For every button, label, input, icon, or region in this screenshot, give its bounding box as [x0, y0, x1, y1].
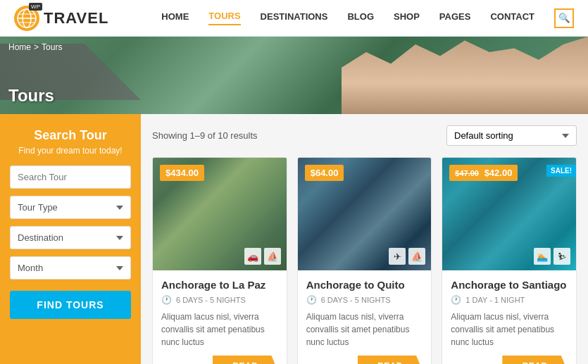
logo-globe-icon: WP	[14, 6, 39, 31]
tour-card-1: $434.00 🚗 ⛵ Anchorage to La Paz 🕐 6 DAYS…	[152, 157, 287, 364]
nav-tours[interactable]: TOURS	[208, 11, 240, 25]
logo: WP TRAVEL	[14, 6, 108, 31]
tour-card-3: $47.00 $42.00 SALE! 🏊 ⛷ Anchorage to San…	[442, 157, 577, 364]
search-button[interactable]: 🔍	[554, 8, 574, 28]
card-icons-1: 🚗 ⛵	[244, 248, 281, 265]
price-badge-3: $47.00 $42.00	[449, 165, 518, 181]
sidebar: Search Tour Find your dream tour today! …	[0, 114, 141, 364]
price-badge-1: $434.00	[160, 165, 204, 181]
new-price-3: $42.00	[484, 168, 513, 178]
logo-text: TRAVEL	[44, 9, 108, 27]
card-title-1: Anchorage to La Paz	[161, 279, 278, 291]
price-badge-2: $64.00	[305, 165, 344, 181]
main-content: Search Tour Find your dream tour today! …	[0, 114, 588, 364]
tour-card-2: $64.00 ✈ ⛵ Anchorage to Quito 🕐 6 DAYS -…	[297, 157, 432, 364]
sort-select[interactable]: Default sorting Sort by popularity Sort …	[446, 125, 577, 146]
swim-icon: 🏊	[534, 248, 551, 265]
boat-icon-2: ⛵	[408, 248, 425, 265]
card-body-3: Anchorage to Santiago 🕐 1 DAY - 1 NIGHT …	[442, 270, 576, 364]
ski-icon: ⛷	[553, 248, 570, 265]
card-meta-2: 🕐 6 DAYS - 5 NIGHTS	[306, 295, 423, 305]
breadcrumb-home[interactable]: Home	[8, 42, 31, 52]
search-input[interactable]	[10, 165, 131, 189]
logo-wp-badge: WP	[29, 3, 42, 11]
plane-icon: ✈	[389, 248, 406, 265]
search-icon: 🔍	[558, 13, 570, 23]
card-footer-2: ★ ★ ★ ★ ★ READ MORE	[306, 356, 423, 364]
main-nav: HOME TOURS DESTINATIONS BLOG SHOP PAGES …	[161, 8, 574, 28]
boat-icon: ⛵	[264, 248, 281, 265]
nav-pages[interactable]: PAGES	[439, 11, 471, 25]
card-meta-3: 🕐 1 DAY - 1 NIGHT	[451, 295, 568, 305]
card-meta-1: 🕐 6 DAYS - 5 NIGHTS	[161, 295, 278, 305]
read-more-button-1[interactable]: READ MORE	[213, 356, 278, 364]
read-more-button-2[interactable]: READ MORE	[358, 356, 423, 364]
card-icons-2: ✈ ⛵	[389, 248, 425, 265]
tours-content: Showing 1–9 of 10 results Default sortin…	[141, 114, 588, 364]
header: WP TRAVEL HOME TOURS DESTINATIONS BLOG S…	[0, 0, 588, 37]
breadcrumb-current: Tours	[42, 42, 62, 52]
destination-select[interactable]: Destination	[10, 226, 131, 249]
card-body-1: Anchorage to La Paz 🕐 6 DAYS - 5 NIGHTS …	[153, 270, 287, 364]
card-duration-1: 6 DAYS - 5 NIGHTS	[176, 296, 246, 304]
nav-destinations[interactable]: DESTINATIONS	[261, 11, 328, 25]
breadcrumb: Home > Tours	[8, 42, 62, 52]
card-duration-3: 1 DAY - 1 NIGHT	[465, 296, 525, 304]
find-tours-button[interactable]: FIND TOURS	[10, 291, 131, 319]
car-icon: 🚗	[244, 248, 261, 265]
tour-cards: $434.00 🚗 ⛵ Anchorage to La Paz 🕐 6 DAYS…	[152, 157, 577, 364]
clock-icon-1: 🕐	[161, 295, 172, 305]
nav-blog[interactable]: BLOG	[347, 11, 374, 25]
card-footer-1: ★ ★ ★ ★ ★ READ MORE	[161, 356, 278, 364]
nav-home[interactable]: HOME	[161, 11, 189, 25]
hero-buildings-element	[342, 37, 588, 114]
card-image-2: $64.00 ✈ ⛵	[298, 158, 432, 270]
card-desc-1: Aliquam lacus nisl, viverra convallis si…	[161, 310, 278, 349]
card-title-2: Anchorage to Quito	[306, 279, 423, 291]
breadcrumb-separator: >	[34, 42, 39, 52]
clock-icon-2: 🕐	[306, 295, 317, 305]
clock-icon-3: 🕐	[451, 295, 461, 305]
card-desc-2: Aliquam lacus nisl, viverra convallis si…	[306, 310, 423, 349]
results-count: Showing 1–9 of 10 results	[152, 130, 258, 141]
month-select[interactable]: Month	[10, 256, 131, 280]
hero-background	[0, 37, 588, 114]
card-image-3: $47.00 $42.00 SALE! 🏊 ⛷	[442, 158, 576, 270]
card-image-1: $434.00 🚗 ⛵	[153, 158, 287, 270]
hero-banner: Home > Tours Tours	[0, 37, 588, 114]
old-price-3: $47.00	[455, 169, 479, 177]
nav-contact[interactable]: CONTACT	[490, 11, 534, 25]
card-body-2: Anchorage to Quito 🕐 6 DAYS - 5 NIGHTS A…	[298, 270, 432, 364]
results-bar: Showing 1–9 of 10 results Default sortin…	[152, 125, 577, 146]
card-title-3: Anchorage to Santiago	[451, 279, 568, 291]
nav-shop[interactable]: SHOP	[394, 11, 420, 25]
read-more-button-3[interactable]: READ MORE	[502, 356, 568, 364]
card-footer-3: ★ ★ ★ ★ ★ READ MORE	[451, 356, 568, 364]
page-title: Tours	[8, 86, 54, 106]
card-duration-2: 6 DAYS - 5 NIGHTS	[321, 296, 391, 304]
card-desc-3: Aliquam lacus nisl, viverra convallis si…	[451, 310, 568, 349]
sidebar-subtitle: Find your dream tour today!	[10, 146, 131, 156]
sidebar-title: Search Tour	[10, 128, 131, 143]
card-icons-3: 🏊 ⛷	[534, 248, 570, 265]
sale-badge-3: SALE!	[546, 165, 576, 177]
tour-type-select[interactable]: Tour Type	[10, 196, 131, 219]
